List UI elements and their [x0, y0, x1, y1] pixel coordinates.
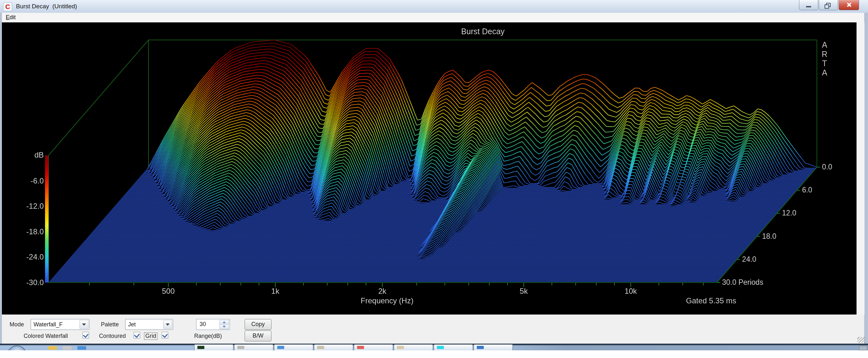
- colored-waterfall-checkbox[interactable]: [83, 332, 89, 338]
- taskbar-app-icon: [197, 346, 205, 349]
- palette-value: Jet: [128, 321, 136, 328]
- checkmark-icon: [134, 332, 140, 338]
- minimize-button[interactable]: [799, 0, 818, 10]
- taskbar-app-icon: [357, 346, 364, 349]
- spinner-down-icon[interactable]: [219, 325, 229, 329]
- contoured-checkbox[interactable]: [133, 332, 140, 338]
- resize-grip[interactable]: [857, 337, 865, 343]
- taskbar-button[interactable]: [474, 344, 513, 351]
- taskbar-app-icon: [397, 346, 404, 349]
- plot-right-margin: [857, 22, 865, 314]
- window-border-right: [864, 13, 868, 344]
- palette-dropdown[interactable]: Jet: [125, 319, 173, 330]
- mode-dropdown[interactable]: Waterfall_F: [31, 319, 89, 330]
- quick-launch-icon[interactable]: [77, 346, 86, 350]
- window-title: Burst Decay (Untitled): [16, 3, 77, 10]
- taskbar-button[interactable]: [234, 344, 273, 351]
- arta-burst-decay-window: C Burst Decay (Untitled) Edit Burst Deca…: [0, 0, 868, 358]
- contoured-label: Contoured: [99, 333, 126, 339]
- taskbar-app-icon: [437, 346, 444, 349]
- title-bar[interactable]: C Burst Decay (Untitled): [0, 0, 868, 13]
- spinner-up-icon[interactable]: [219, 320, 229, 325]
- checkmark-icon: [162, 332, 168, 338]
- taskbar-button[interactable]: [274, 344, 313, 351]
- menu-item-edit[interactable]: Edit: [2, 13, 20, 22]
- chevron-down-icon[interactable]: [163, 320, 172, 329]
- range-db-label: Range(dB): [194, 333, 222, 339]
- quick-launch-icon[interactable]: [63, 346, 71, 350]
- minimize-icon: [806, 6, 811, 7]
- bw-button[interactable]: B/W: [245, 331, 272, 341]
- grid-checkbox[interactable]: [162, 332, 168, 338]
- close-icon: [846, 2, 851, 7]
- taskbar-app-icon: [277, 346, 284, 349]
- taskbar-button[interactable]: [354, 344, 393, 351]
- taskbar-app-icon: [317, 346, 324, 349]
- mode-label: Mode: [9, 321, 24, 328]
- screenshot-bottom-cutoff: [0, 350, 868, 358]
- app-icon: C: [3, 2, 12, 11]
- taskbar-app-icon: [477, 346, 484, 349]
- chevron-down-icon[interactable]: [80, 320, 89, 329]
- taskbar-button[interactable]: [434, 344, 473, 351]
- checkmark-icon: [83, 332, 89, 338]
- close-button[interactable]: [839, 0, 859, 10]
- mode-value: Waterfall_F: [34, 321, 63, 328]
- quick-launch-icon[interactable]: [48, 346, 57, 350]
- taskbar-app-icon: [237, 346, 244, 349]
- colored-waterfall-label: Colored Waterfall: [24, 333, 68, 339]
- range-value: 30: [199, 321, 206, 328]
- burst-decay-waterfall-plot: [2, 22, 857, 314]
- show-desktop-button[interactable]: [859, 346, 867, 350]
- taskbar-button[interactable]: [314, 344, 353, 351]
- palette-label: Palette: [101, 321, 119, 328]
- copy-button[interactable]: Copy: [245, 319, 272, 330]
- taskbar-button[interactable]: [394, 344, 433, 351]
- taskbar-button[interactable]: [194, 344, 234, 351]
- menu-bar: Edit: [2, 13, 864, 23]
- restore-button[interactable]: [819, 0, 838, 10]
- grid-label: Grid: [144, 333, 157, 339]
- range-spinner[interactable]: 30: [196, 319, 230, 330]
